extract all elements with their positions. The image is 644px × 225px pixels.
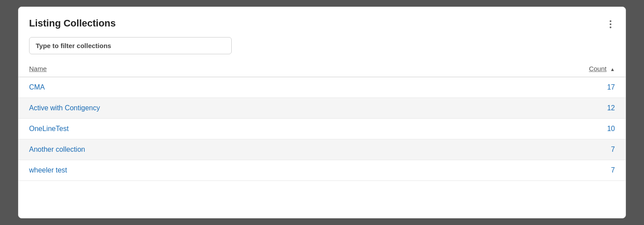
table-row: wheeler test7 [19,160,625,181]
more-options-button[interactable] [606,19,615,30]
dot2 [610,23,611,25]
panel-title: Listing Collections [29,18,116,29]
filter-input[interactable] [29,37,232,54]
filter-area [19,34,625,61]
listing-collections-panel: Listing Collections Name Count ▲ [18,7,626,218]
collection-name-cell[interactable]: OneLineTest [19,119,420,139]
column-header-count[interactable]: Count ▲ [420,61,625,77]
dot3 [610,26,611,28]
collections-table-container: Name Count ▲ CMA17Active with Contigency… [19,61,625,218]
table-row: Another collection7 [19,139,625,160]
column-header-name[interactable]: Name [19,61,420,77]
collection-count-cell: 10 [420,119,625,139]
panel-header: Listing Collections [19,7,625,34]
table-header: Name Count ▲ [19,61,625,77]
collection-name-cell[interactable]: wheeler test [19,160,420,181]
collection-count-cell: 7 [420,139,625,160]
collection-name-cell[interactable]: Another collection [19,139,420,160]
collection-name-cell[interactable]: CMA [19,77,420,98]
collection-count-cell: 12 [420,98,625,119]
collection-count-cell: 7 [420,160,625,181]
collections-table: Name Count ▲ CMA17Active with Contigency… [19,61,625,181]
table-row: OneLineTest10 [19,119,625,139]
sort-arrow-icon: ▲ [610,67,615,72]
collection-name-cell[interactable]: Active with Contigency [19,98,420,119]
count-col-label: Count [589,65,607,72]
table-row: Active with Contigency12 [19,98,625,119]
collection-count-cell: 17 [420,77,625,98]
table-body: CMA17Active with Contigency12OneLineTest… [19,77,625,181]
dot1 [610,20,611,22]
table-row: CMA17 [19,77,625,98]
name-col-label: Name [29,65,47,72]
